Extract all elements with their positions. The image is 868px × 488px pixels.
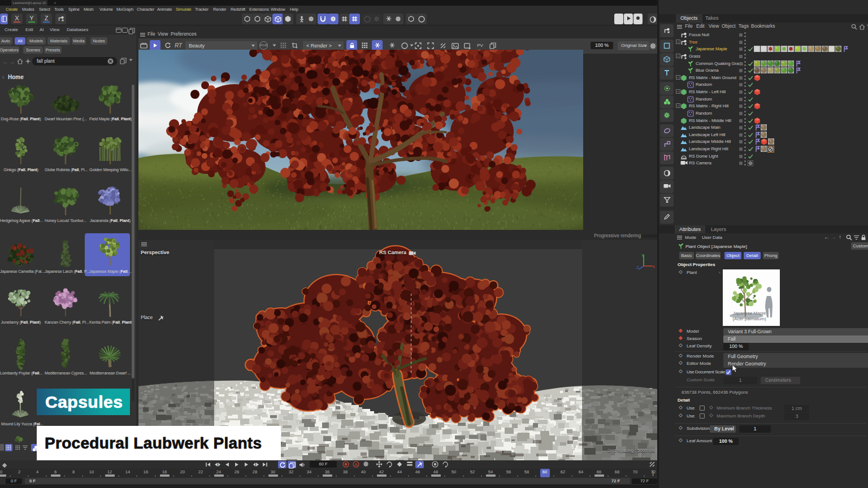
svg-text:X: X (653, 265, 655, 269)
svg-text:Y: Y (641, 254, 644, 258)
svg-text:A: A (354, 462, 357, 467)
svg-text:Japanese Maple: Japanese Maple (733, 311, 766, 316)
svg-text:(Acer palmatum): (Acer palmatum) (732, 316, 766, 321)
svg-text:Z: Z (636, 265, 639, 269)
